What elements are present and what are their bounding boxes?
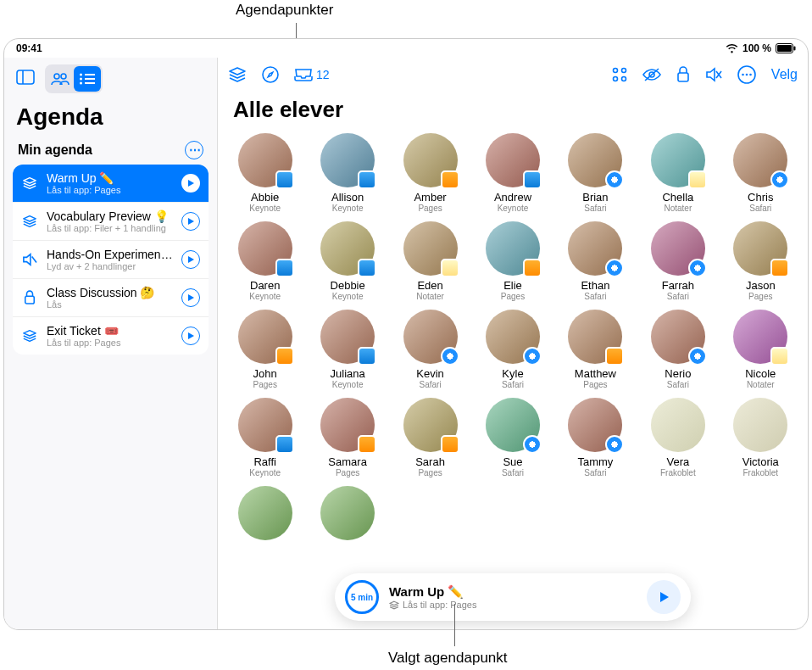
student-cell[interactable]: Debbie Keynote [309,221,386,301]
student-cell[interactable]: Kyle Safari [474,310,551,389]
app-badge-safari [605,435,624,454]
mute-icon [21,251,38,268]
layers-icon [21,175,38,192]
agenda-item-play-button[interactable] [181,174,200,193]
app-badge-pages [441,435,459,454]
avatar [403,310,458,364]
student-cell[interactable]: Nerio Safari [639,310,716,389]
student-app: Safari [502,380,524,389]
avatar [568,221,622,276]
student-cell[interactable]: Abbie Keynote [226,133,303,213]
avatar [651,133,705,187]
svg-line-13 [32,256,36,262]
navigate-button[interactable] [262,66,279,83]
student-cell[interactable]: Allison Keynote [309,133,386,213]
student-cell[interactable]: Juliana Keynote [309,310,386,389]
svg-point-27 [746,74,748,76]
app-badge-safari [523,347,542,366]
avatar [486,310,540,364]
main-content: 12 [218,58,808,629]
svg-rect-22 [678,73,688,81]
select-button[interactable]: Velg [771,67,798,82]
student-cell[interactable]: Ethan Safari [557,221,634,301]
student-cell[interactable]: Farrah Safari [639,221,716,301]
app-badge-keynote [275,435,294,454]
inbox-button[interactable]: 12 [294,68,330,81]
student-cell[interactable]: Amber Pages [392,133,469,213]
lock-icon [21,289,38,306]
more-button[interactable] [737,65,756,84]
student-app: Notater [747,380,775,389]
student-cell[interactable]: John Pages [226,310,303,389]
student-cell[interactable]: Jason Pages [722,221,799,301]
app-badge-notes [688,170,707,189]
student-cell[interactable]: Kevin Safari [392,310,469,389]
status-bar: 09:41 100 % [4,39,808,58]
student-cell[interactable]: Daren Keynote [226,221,303,301]
hide-button[interactable] [642,68,661,81]
app-badge-safari [688,259,707,277]
avatar [403,133,458,187]
svg-point-19 [621,77,626,81]
student-cell[interactable]: Andrew Keynote [474,133,551,213]
avatar [403,398,458,452]
app-badge-pages [770,259,789,277]
student-name: Samara [328,455,367,468]
student-cell[interactable]: Nicole Notater [722,310,799,389]
agenda-item-play-button[interactable] [181,212,200,231]
student-cell[interactable]: Tammy Safari [557,398,634,477]
student-cell[interactable]: Victoria Frakoblet [722,398,799,477]
app-badge-pages [441,170,459,189]
agenda-item[interactable]: Class Discussion 🤔 Lås [13,279,209,317]
agenda-item-play-button[interactable] [181,327,200,345]
student-app: Keynote [332,380,364,389]
app-badge-pages [358,435,376,454]
agenda-item[interactable]: Hands-On Experiment 🧪 Lyd av + 2 handlin… [13,241,209,279]
avatar [320,221,375,276]
lock-button[interactable] [676,66,690,83]
student-cell[interactable]: Matthew Pages [557,310,634,389]
app-badge-keynote [275,170,294,189]
layers-button[interactable] [228,66,247,83]
student-cell[interactable]: Chris Safari [722,133,799,213]
agenda-item-subtitle: Lås [47,299,173,310]
student-app: Pages [253,380,277,389]
student-cell[interactable]: Sue Safari [474,398,551,477]
agenda-item[interactable]: Exit Ticket 🎟️ Lås til app: Pages [13,317,209,355]
avatar [733,133,787,187]
sidebar-toggle-button[interactable] [11,64,40,90]
student-app: Safari [502,468,524,477]
agenda-more-button[interactable]: ⋯ [185,141,203,159]
mute-button[interactable] [705,67,722,82]
student-cell[interactable]: Brian Safari [557,133,634,213]
agenda-item[interactable]: Vocabulary Preview 💡 Lås til app: Filer … [13,203,209,241]
student-cell[interactable] [226,486,303,544]
student-name: Debbie [331,279,365,292]
student-cell[interactable]: Elie Pages [474,221,551,301]
student-app: Frakoblet [660,468,696,477]
student-name: Vera [666,455,689,468]
agenda-item-play-button[interactable] [181,288,200,307]
people-view-button[interactable] [47,66,74,92]
student-name: Kevin [416,367,444,380]
agenda-item[interactable]: Warm Up ✏️ Lås til app: Pages [13,165,209,203]
student-cell[interactable]: Samara Pages [309,398,386,477]
student-cell[interactable]: Chella Notater [639,133,716,213]
student-cell[interactable]: Vera Frakoblet [639,398,716,477]
callout-agenda-items: Agendapunkter [236,2,333,19]
player-play-button[interactable] [647,580,681,614]
apps-button[interactable] [612,67,627,82]
student-cell[interactable]: Eden Notater [392,221,469,301]
student-name: Andrew [494,191,531,204]
list-view-button[interactable] [74,66,101,92]
student-cell[interactable]: Sarah Pages [392,398,469,477]
timer-ring[interactable]: 5 min [345,580,379,614]
student-cell[interactable] [309,486,386,544]
student-app: Safari [667,380,689,389]
svg-point-28 [749,74,752,76]
agenda-item-play-button[interactable] [181,250,200,269]
app-badge-notes [770,347,789,366]
agenda-player: 5 min Warm Up ✏️ Lås til app: Pages [335,573,691,621]
section-heading: Min agenda [18,142,92,158]
student-cell[interactable]: Raffi Keynote [226,398,303,477]
